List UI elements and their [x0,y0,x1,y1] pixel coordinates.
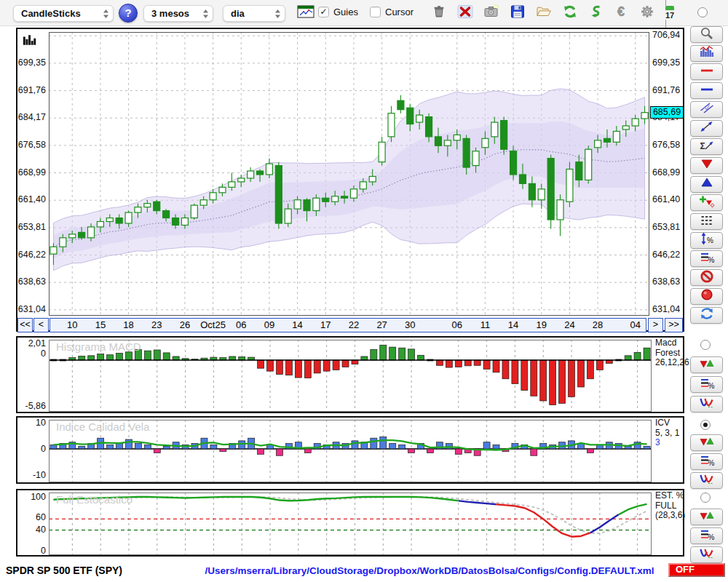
icv-zero-label: 0 [17,444,46,454]
est-60-label: 60 [17,512,46,522]
curves-icon [699,546,715,564]
euro-button[interactable]: € [612,3,633,23]
down-arrow-button[interactable] [690,157,723,174]
channel-button[interactable] [690,101,723,118]
forbidden-icon [699,269,715,287]
nav-prev-button[interactable]: < [33,318,49,332]
camera-icon [483,4,499,22]
status-bar: SPDR SP 500 ETF (SPY) /Users/mserra/Libr… [0,559,728,582]
guies-label: Guies [333,7,358,17]
macd-signal-arrows-button[interactable] [690,356,723,373]
nav-next-button[interactable]: > [648,318,663,332]
toolbar-radio[interactable] [697,7,708,17]
record-icon [699,287,715,305]
mini-chart-icon [297,4,314,22]
help-button[interactable]: ? [119,4,138,23]
indicators-button[interactable] [690,45,723,62]
interval-value: dia [231,8,245,19]
chart-type-select[interactable]: CandleSticks [13,5,114,22]
blue-line-button[interactable] [690,82,723,99]
date-label: 10 [67,319,77,330]
trendline-button[interactable] [690,120,723,137]
off-button[interactable]: OFF [668,563,725,577]
lines-percent-button[interactable]: % [690,250,723,267]
calendar-button[interactable]: 17 [659,3,681,23]
save-button[interactable] [507,3,529,23]
svg-text:%: % [708,459,714,467]
checkbox-unchecked-icon [370,7,381,17]
macd-zero-label: 0 [17,348,46,359]
mini-chart-button[interactable] [295,3,317,23]
stochastic-chart[interactable] [49,493,652,555]
euro-icon: € [614,4,630,22]
signal-arrows-icon [699,356,715,374]
date-label: 28 [593,319,603,330]
percent-lines-icon: % [699,527,715,545]
est-signal-arrows-button[interactable] [690,509,723,525]
candlestick-chart[interactable] [49,32,649,316]
svg-text:%: % [708,382,714,390]
est-curves-button[interactable] [690,546,723,563]
nav-first-button[interactable]: << [17,318,33,332]
channel-icon [699,100,715,118]
delete-button[interactable] [454,3,476,23]
sync-button[interactable] [585,3,607,23]
cursor-checkbox[interactable]: Cursor [370,7,414,17]
date-label: 04 [630,319,640,330]
date-label: 23 [151,319,162,330]
macd-ymin-label: -5,86 [17,401,46,411]
add-marker-icon [699,194,715,212]
date-label: 06 [452,319,462,330]
icv-curves-button[interactable] [690,472,723,489]
open-folder-icon [536,4,552,22]
macd-percent-lines-button[interactable]: % [690,376,723,393]
price-label: 638,63 [17,276,46,287]
trash-button[interactable] [428,3,450,23]
nav-last-button[interactable]: >> [665,318,683,332]
period-value: 3 mesos [151,8,189,19]
stochastic-watermark: Full Estocastico [56,493,132,506]
svg-text:%: % [707,236,713,244]
record-button[interactable] [690,288,723,305]
sum-trendline-button[interactable]: Σ [690,138,723,155]
histogram-style-icon[interactable] [22,33,39,47]
gear-button[interactable] [636,3,658,23]
est-percent-lines-button[interactable]: % [690,527,723,544]
up-arrow-button[interactable] [690,176,723,193]
forbidden-button[interactable] [690,269,723,286]
curves-icon [699,396,715,413]
icv-radio[interactable] [700,420,711,430]
icv-param: 3 [655,438,684,448]
macd-ymax-label: 2,01 [17,338,46,348]
delete-icon [457,4,473,22]
date-label: 09 [264,319,274,330]
levels-button[interactable] [690,213,723,230]
range-percent-button[interactable]: % [690,232,723,249]
macd-radio[interactable] [700,340,711,350]
price-label: 661,40 [17,194,46,205]
icv-signal-arrows-button[interactable] [690,434,723,451]
period-select[interactable]: 3 mesos [143,5,213,22]
zoom-button[interactable] [690,26,723,43]
refresh-button[interactable] [559,3,581,23]
price-label: 668,99 [652,167,683,178]
main-chart-panel: Last: 685.69 - 05/12/25 699,35691,76684,… [16,28,684,332]
reload-button[interactable] [690,307,723,324]
icv-percent-lines-button[interactable]: % [690,453,723,470]
interval-select[interactable]: dia [223,5,285,22]
date-label: 18 [123,319,133,330]
add-marker-button[interactable] [690,194,723,211]
date-label: 22 [349,319,359,330]
macd-curves-button[interactable] [690,396,723,412]
chevron-up-down-icon [274,9,281,19]
guies-checkbox[interactable]: ✓ Guies [318,7,358,17]
red-line-button[interactable] [690,63,723,80]
date-label: 30 [405,319,415,330]
config-path-label: /Users/mserra/Library/CloudStorage/Dropb… [205,565,654,576]
svg-text:%: % [708,533,714,541]
est-radio[interactable] [700,493,711,503]
price-label: 638,63 [652,276,683,287]
open-folder-button[interactable] [533,3,555,23]
camera-button[interactable] [480,3,502,23]
gear-icon [639,4,655,22]
